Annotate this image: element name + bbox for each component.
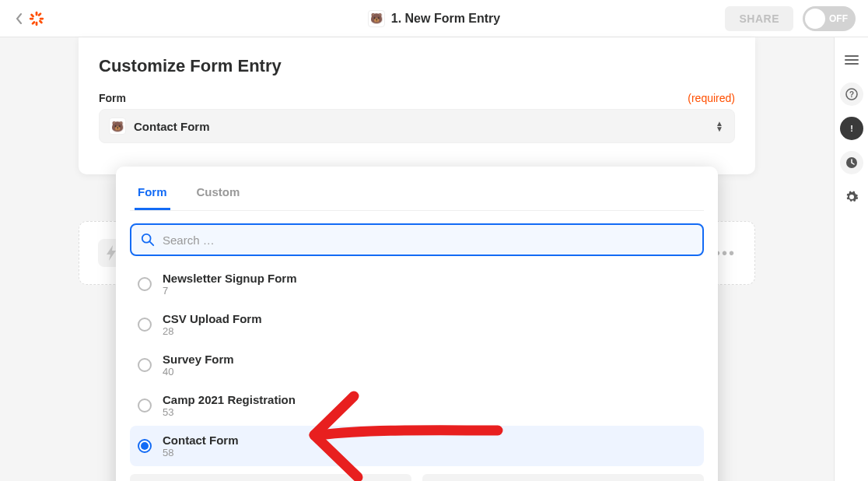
chevron-left-icon — [16, 13, 23, 24]
dropdown-tabs: Form Custom — [130, 177, 704, 211]
toggle-label: OFF — [829, 13, 848, 24]
svg-text:!: ! — [850, 124, 853, 133]
share-button[interactable]: SHARE — [725, 6, 793, 31]
svg-rect-3 — [40, 17, 44, 19]
right-rail: ? ! — [834, 37, 868, 481]
svg-text:?: ? — [849, 90, 853, 99]
required-label: (required) — [688, 92, 735, 104]
radio-icon — [138, 439, 152, 453]
tab-custom[interactable]: Custom — [194, 179, 243, 210]
toggle-knob — [805, 9, 825, 29]
gear-icon — [845, 190, 859, 204]
option-name: Camp 2021 Registration — [163, 393, 296, 406]
svg-line-14 — [150, 242, 154, 246]
option-id: 28 — [163, 325, 262, 337]
step-title-text: New Form Entry — [405, 12, 501, 25]
load-more-button[interactable]: LOAD MORE — [130, 474, 411, 481]
sort-arrows-icon: ▲▼ — [716, 121, 723, 132]
form-option[interactable]: Contact Form 58 — [130, 426, 704, 466]
svg-rect-2 — [30, 17, 34, 19]
svg-rect-5 — [38, 19, 43, 24]
outline-button[interactable] — [840, 48, 863, 72]
search-input[interactable] — [163, 233, 693, 247]
options-list: Newsletter Signup Form 7 CSV Upload Form… — [130, 264, 704, 466]
option-id: 7 — [163, 285, 297, 297]
search-icon — [141, 233, 155, 247]
form-option[interactable]: Camp 2021 Registration 53 — [130, 385, 704, 426]
svg-rect-7 — [31, 20, 36, 25]
tab-form[interactable]: Form — [135, 179, 170, 210]
publish-toggle[interactable]: OFF — [803, 6, 856, 31]
option-name: Survey Form — [163, 353, 234, 366]
customize-card: Customize Form Entry Form (required) 🐻 C… — [79, 37, 755, 174]
clear-button[interactable]: CLEAR — [422, 474, 704, 481]
top-bar: 🐻 1. New Form Entry SHARE OFF — [0, 0, 868, 37]
step-number: 1. — [391, 12, 401, 25]
settings-button[interactable] — [840, 185, 863, 209]
form-dropdown: Form Custom Newsletter Signup Form 7 CSV… — [116, 167, 718, 481]
form-select-trigger[interactable]: 🐻 Contact Form ▲▼ — [99, 109, 735, 143]
svg-point-13 — [142, 234, 151, 243]
outline-icon — [845, 54, 859, 65]
option-id: 58 — [163, 447, 239, 458]
zapier-logo-icon — [28, 10, 45, 27]
form-select-value: Contact Form — [134, 120, 210, 133]
step-menu-button[interactable]: ••• — [715, 244, 736, 262]
alert-icon: ! — [845, 122, 858, 135]
clock-icon — [845, 156, 858, 169]
radio-icon — [138, 358, 152, 372]
help-button[interactable]: ? — [840, 83, 863, 106]
search-box[interactable] — [130, 223, 704, 256]
option-name: Contact Form — [163, 434, 239, 447]
radio-icon — [138, 277, 152, 291]
svg-rect-1 — [36, 21, 38, 25]
help-icon: ? — [845, 88, 858, 100]
option-name: Newsletter Signup Form — [163, 272, 297, 285]
option-name: CSV Upload Form — [163, 312, 262, 325]
back-button[interactable] — [12, 12, 26, 26]
wpforms-icon: 🐻 — [109, 118, 126, 135]
form-option[interactable]: Survey Form 40 — [130, 345, 704, 385]
alerts-button[interactable]: ! — [840, 117, 863, 140]
svg-rect-6 — [37, 12, 42, 16]
form-option[interactable]: Newsletter Signup Form 7 — [130, 264, 704, 304]
field-label-form: Form — [99, 92, 126, 104]
card-title: Customize Form Entry — [99, 56, 735, 76]
option-id: 40 — [163, 366, 234, 377]
svg-rect-0 — [36, 11, 38, 16]
wpforms-icon: 🐻 — [368, 10, 385, 27]
radio-icon — [138, 398, 152, 413]
form-option[interactable]: CSV Upload Form 28 — [130, 304, 704, 345]
history-button[interactable] — [840, 151, 863, 174]
option-id: 53 — [163, 406, 296, 418]
svg-rect-4 — [30, 13, 35, 18]
radio-icon — [138, 318, 152, 332]
